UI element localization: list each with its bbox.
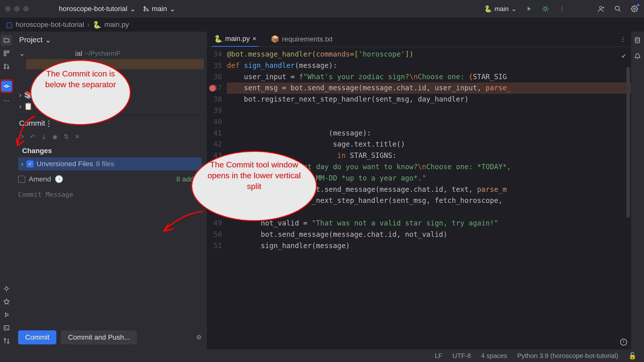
checkbox-icon[interactable]: ✓ — [26, 160, 33, 167]
interpreter[interactable]: Python 3.9 (horoscope-bot-tutorial) — [517, 352, 618, 360]
scrollbar[interactable] — [626, 67, 630, 218]
run-config-dropdown[interactable]: 🐍 main ⌄ — [484, 5, 517, 13]
amend-row: Amend 🕓 8 added — [13, 170, 207, 188]
run-config-name: main — [495, 5, 509, 13]
project-icon: ▢ — [6, 21, 13, 29]
scratches-icon: 📋 — [24, 102, 33, 110]
changes-block: Changes › ✓ Unversioned Files 8 files — [13, 144, 207, 170]
chevron-right-icon: › — [19, 102, 21, 110]
close-window-icon[interactable] — [5, 6, 11, 12]
run-button[interactable] — [524, 4, 533, 13]
chevron-down-icon: ⌄ — [130, 5, 136, 13]
minimize-window-icon[interactable] — [14, 6, 20, 12]
commit-tool-button[interactable] — [1, 81, 12, 92]
commit-panel-more-button[interactable]: ⋮ — [45, 119, 53, 128]
run-tool-button[interactable] — [1, 309, 12, 320]
callout-text: The Commit icon is below the separator — [45, 69, 116, 89]
shelf-icon[interactable]: ⤓ — [41, 133, 46, 140]
commit-button[interactable]: Commit — [18, 330, 56, 344]
commit-and-push-button[interactable]: Commit and Push... — [61, 330, 137, 344]
python-icon: 🐍 — [484, 5, 492, 13]
tree-root-row[interactable]: ⌄ ial ~/PycharmP — [16, 48, 204, 59]
more-actions-button[interactable]: ⋮ — [557, 4, 567, 13]
show-diff-icon[interactable]: ◉ — [52, 133, 58, 140]
amend-label: Amend — [29, 175, 51, 183]
line-ending[interactable]: LF — [435, 352, 442, 360]
services-tool-button[interactable] — [1, 296, 12, 307]
editor-more-button[interactable]: ⋮ — [620, 36, 626, 43]
close-tab-icon[interactable]: ✕ — [252, 36, 257, 42]
breadcrumb: ▢ horoscope-bot-tutorial › 🐍 main.py — [0, 18, 644, 32]
commit-button-highlight — [0, 79, 13, 93]
indent-setting[interactable]: 4 spaces — [481, 352, 507, 360]
problems-indicator-icon[interactable] — [620, 338, 627, 346]
pull-requests-button[interactable] — [1, 61, 12, 72]
svg-point-11 — [4, 67, 6, 69]
maximize-window-icon[interactable] — [23, 6, 29, 12]
svg-point-14 — [5, 287, 8, 290]
unversioned-files-row[interactable]: › ✓ Unversioned Files 8 files — [18, 157, 202, 170]
python-icon: 🐍 — [93, 21, 101, 29]
vcs-tool-button[interactable] — [1, 335, 12, 346]
annotation-callout-2: The Commit tool window opens in the lowe… — [191, 151, 317, 221]
titlebar-left: horoscope-bot-tutorial ⌄ main ⌄ — [59, 5, 175, 13]
commit-settings-icon[interactable]: ⚙ — [196, 334, 202, 341]
breadcrumb-project[interactable]: horoscope-bot-tutorial — [16, 21, 84, 29]
svg-point-5 — [615, 6, 619, 10]
file-encoding[interactable]: UTF-8 — [452, 352, 471, 360]
project-name: horoscope-bot-tutorial — [59, 5, 127, 13]
breadcrumb-file[interactable]: main.py — [104, 21, 129, 29]
editor-tabs: 🐍 main.py ✕ 📦 requirements.txt ⋮ — [207, 32, 631, 47]
svg-point-19 — [635, 37, 639, 39]
svg-point-1 — [147, 10, 148, 11]
chevron-down-icon[interactable]: ⌄ — [45, 35, 51, 44]
chevron-right-icon: › — [21, 160, 23, 168]
status-bar: LF UTF-8 4 spaces Python 3.9 (horoscope-… — [0, 349, 644, 362]
settings-button[interactable] — [630, 4, 639, 13]
svg-point-13 — [6, 85, 8, 87]
inspection-ok-icon[interactable]: ✔ — [622, 50, 626, 62]
svg-rect-15 — [4, 326, 9, 330]
file-icon: 📦 — [271, 35, 279, 43]
callout-tail-icon — [15, 116, 40, 148]
svg-point-6 — [634, 8, 635, 10]
tab-label: main.py — [225, 35, 250, 43]
amend-checkbox[interactable] — [18, 176, 25, 183]
chevron-down-icon: ⌄ — [170, 5, 175, 13]
more-tools-button[interactable]: ⋯ — [1, 95, 12, 106]
database-tool-button[interactable] — [632, 35, 643, 46]
python-icon: 🐍 — [214, 35, 223, 43]
debug-tool-button[interactable] — [1, 283, 12, 294]
debug-button[interactable] — [541, 4, 550, 13]
unversioned-count: 8 files — [96, 160, 114, 168]
group-by-icon[interactable]: ✕ — [75, 133, 80, 140]
branch-dropdown[interactable]: main ⌄ — [143, 5, 175, 13]
window-controls[interactable] — [5, 6, 29, 12]
structure-tool-button[interactable] — [1, 48, 12, 59]
tree-root-label: ial — [75, 50, 82, 58]
expand-collapse-icon[interactable]: ⇅ — [64, 133, 69, 140]
code-with-me-button[interactable] — [597, 4, 606, 13]
tab-main-py[interactable]: 🐍 main.py ✕ — [212, 32, 259, 47]
chevron-right-icon: › — [19, 91, 21, 99]
tab-label: requirements.txt — [282, 35, 333, 43]
commit-message-input[interactable]: Commit Message — [13, 188, 207, 201]
svg-rect-7 — [4, 51, 6, 53]
project-tool-button[interactable] — [1, 35, 12, 46]
svg-point-2 — [144, 10, 145, 11]
svg-point-3 — [544, 7, 547, 10]
svg-rect-9 — [4, 54, 6, 56]
chevron-right-icon: › — [87, 21, 89, 29]
readonly-lock-icon[interactable]: 🔓 — [628, 352, 636, 360]
changes-title: Changes — [18, 144, 202, 157]
history-icon[interactable]: 🕓 — [55, 175, 63, 183]
titlebar-right: 🐍 main ⌄ ⋮ — [484, 4, 639, 13]
search-button[interactable] — [613, 4, 622, 13]
svg-point-10 — [4, 64, 6, 66]
terminal-tool-button[interactable] — [1, 322, 12, 333]
notifications-tool-button[interactable] — [632, 51, 643, 62]
tab-requirements[interactable]: 📦 requirements.txt — [269, 32, 335, 46]
svg-rect-8 — [7, 51, 9, 53]
svg-point-4 — [599, 7, 602, 9]
project-dropdown[interactable]: horoscope-bot-tutorial ⌄ — [59, 5, 136, 13]
